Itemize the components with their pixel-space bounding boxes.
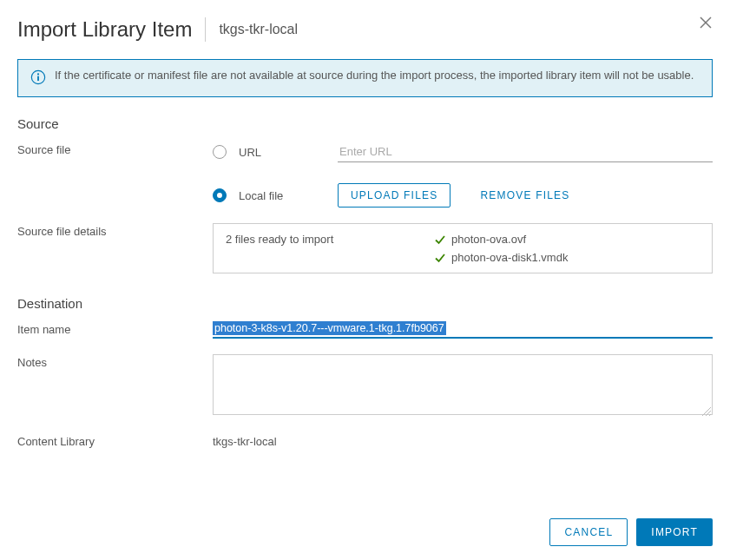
remove-files-button[interactable]: REMOVE FILES	[477, 184, 573, 207]
import-button[interactable]: IMPORT	[636, 518, 713, 546]
source-local-file-radio[interactable]	[213, 188, 227, 202]
svg-line-7	[709, 414, 711, 416]
source-url-radio-label: URL	[239, 146, 326, 159]
dialog-footer: CANCEL IMPORT	[549, 518, 713, 546]
item-name-value: photon-3-k8s-v1.20.7---vmware.1-tkg.1.7f…	[213, 321, 446, 335]
file-name: photon-ova.ovf	[451, 233, 526, 246]
file-details-summary: 2 files ready to import	[226, 233, 399, 264]
source-file-details-label: Source file details	[17, 223, 213, 238]
source-file-label: Source file	[17, 142, 213, 156]
dialog-header: Import Library Item tkgs-tkr-local	[17, 17, 713, 42]
dialog-title: Import Library Item	[17, 17, 206, 42]
check-icon	[434, 252, 446, 264]
file-name: photon-ova-disk1.vmdk	[451, 251, 568, 264]
item-name-label: Item name	[17, 321, 213, 336]
notes-label: Notes	[17, 354, 213, 369]
upload-files-button[interactable]: UPLOAD FILES	[338, 183, 450, 208]
source-heading: Source	[17, 116, 713, 131]
content-library-value: tkgs-tkr-local	[213, 433, 713, 448]
close-icon	[699, 16, 713, 30]
check-icon	[434, 234, 446, 246]
destination-heading: Destination	[17, 296, 713, 311]
file-details-box: 2 files ready to import photon-ova.ovf p…	[213, 223, 713, 273]
info-icon	[30, 69, 46, 88]
info-banner: If the certificate or manifest file are …	[17, 59, 713, 97]
cancel-button[interactable]: CANCEL	[549, 518, 628, 546]
file-item: photon-ova.ovf	[434, 233, 568, 246]
resize-handle-icon[interactable]	[700, 405, 712, 417]
notes-textarea[interactable]	[213, 354, 713, 415]
svg-rect-4	[37, 76, 39, 81]
content-library-label: Content Library	[17, 433, 213, 448]
info-banner-text: If the certificate or manifest file are …	[55, 69, 694, 82]
svg-point-3	[37, 73, 39, 75]
close-button[interactable]	[699, 16, 713, 32]
source-url-radio[interactable]	[213, 145, 227, 159]
source-local-file-radio-label: Local file	[239, 189, 326, 202]
item-name-input[interactable]: photon-3-k8s-v1.20.7---vmware.1-tkg.1.7f…	[213, 321, 713, 339]
dialog-subtitle: tkgs-tkr-local	[206, 22, 298, 37]
file-item: photon-ova-disk1.vmdk	[434, 251, 568, 264]
source-url-input[interactable]	[338, 142, 713, 162]
